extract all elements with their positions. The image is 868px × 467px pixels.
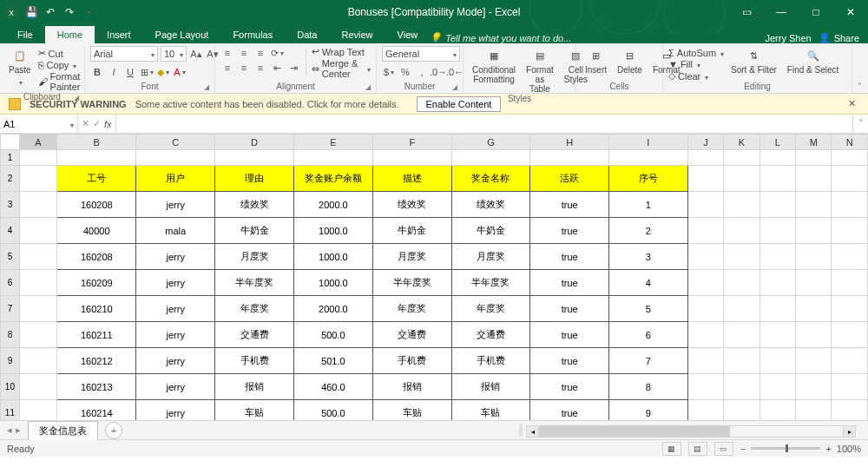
cell[interactable]: jerry	[136, 348, 215, 374]
align-right-icon[interactable]: ≡	[253, 61, 267, 75]
cell[interactable]: 车贴	[451, 400, 530, 421]
cell[interactable]	[724, 192, 760, 218]
cell[interactable]	[57, 150, 136, 166]
number-format-select[interactable]: General	[382, 46, 460, 62]
cell[interactable]	[19, 400, 56, 421]
cell[interactable]: 活跃	[530, 166, 609, 192]
cell[interactable]: true	[530, 192, 609, 218]
tab-insert[interactable]: Insert	[95, 26, 143, 43]
normal-view-icon[interactable]: ▦	[662, 442, 681, 456]
undo-icon[interactable]: ↶	[43, 5, 57, 19]
enter-formula-icon[interactable]: ✓	[93, 118, 101, 129]
insert-cells-button[interactable]: ⊞Insert	[582, 46, 610, 76]
increase-indent-icon[interactable]: ⇥	[286, 61, 300, 75]
horizontal-scrollbar[interactable]: ◂ ▸	[526, 425, 856, 437]
cell[interactable]: 绩效奖	[372, 192, 451, 218]
split-handle[interactable]	[519, 424, 523, 437]
italic-icon[interactable]: I	[107, 65, 121, 79]
collapse-ribbon-icon[interactable]: ˄	[852, 43, 868, 93]
close-icon[interactable]: ✕	[833, 0, 868, 24]
cell[interactable]	[724, 270, 760, 296]
align-center-icon[interactable]: ≡	[237, 61, 251, 75]
cell[interactable]: mala	[136, 218, 215, 244]
cell[interactable]: 1000.0	[293, 270, 372, 296]
cell[interactable]: 9	[609, 400, 688, 421]
tab-page-layout[interactable]: Page Layout	[143, 26, 221, 43]
cell[interactable]: 半年度奖	[451, 270, 530, 296]
cell[interactable]	[724, 244, 760, 270]
cell[interactable]	[687, 348, 723, 374]
tell-me[interactable]: 💡Tell me what you want to do...	[430, 32, 571, 43]
cell[interactable]	[832, 192, 868, 218]
cell[interactable]	[687, 270, 723, 296]
format-as-table-button[interactable]: ▤Format as Table	[523, 46, 557, 94]
column-header[interactable]: D	[215, 135, 294, 150]
wrap-text-button[interactable]: ↩Wrap Text	[312, 46, 371, 57]
align-middle-icon[interactable]: ≡	[237, 46, 251, 60]
cell[interactable]	[687, 150, 723, 166]
cell[interactable]: jerry	[136, 400, 215, 421]
cell[interactable]: true	[530, 244, 609, 270]
cell[interactable]	[19, 322, 56, 348]
column-header[interactable]: L	[760, 135, 795, 150]
cell[interactable]	[832, 166, 868, 192]
cell[interactable]	[832, 400, 868, 421]
cell[interactable]	[796, 348, 832, 374]
row-header[interactable]: 9	[1, 348, 20, 374]
scroll-right-icon[interactable]: ▸	[843, 426, 855, 437]
tab-data[interactable]: Data	[285, 26, 329, 43]
bold-icon[interactable]: B	[90, 65, 104, 79]
cell[interactable]: 绩效奖	[215, 192, 294, 218]
align-top-icon[interactable]: ≡	[220, 46, 234, 60]
page-break-view-icon[interactable]: ▭	[714, 442, 733, 456]
cell[interactable]: 手机费	[451, 348, 530, 374]
accounting-icon[interactable]: $	[382, 65, 396, 79]
cell[interactable]: 报销	[451, 374, 530, 400]
font-size-select[interactable]: 10	[161, 46, 187, 62]
cell[interactable]	[19, 374, 56, 400]
cell[interactable]: true	[530, 296, 609, 322]
cell[interactable]: 奖金名称	[451, 166, 530, 192]
expand-formula-bar-icon[interactable]: ˅	[852, 115, 868, 133]
cell[interactable]	[293, 150, 372, 166]
column-header[interactable]: M	[796, 135, 832, 150]
cell[interactable]	[19, 348, 56, 374]
cell[interactable]: 牛奶金	[372, 218, 451, 244]
cell[interactable]: 月度奖	[451, 244, 530, 270]
spreadsheet-grid[interactable]: ABCDEFGHIJKLMN12工号用户理由奖金账户余额描述奖金名称活跃序号31…	[0, 134, 868, 420]
cell[interactable]	[215, 150, 294, 166]
cell[interactable]: jerry	[136, 270, 215, 296]
dialog-launcher-icon[interactable]: ◢	[365, 83, 371, 91]
cell[interactable]: 1	[609, 192, 688, 218]
cell[interactable]: 半年度奖	[215, 270, 294, 296]
cell[interactable]: 车贴	[372, 400, 451, 421]
cell[interactable]	[760, 218, 795, 244]
tab-view[interactable]: View	[385, 26, 431, 43]
cell[interactable]: 半年度奖	[372, 270, 451, 296]
cell[interactable]: 牛奶金	[215, 218, 294, 244]
cell[interactable]: 手机费	[215, 348, 294, 374]
font-color-icon[interactable]: A	[173, 65, 187, 79]
cell[interactable]: true	[530, 348, 609, 374]
copy-button[interactable]: ⎘Copy	[38, 60, 81, 70]
cell[interactable]	[760, 374, 795, 400]
cell[interactable]	[832, 374, 868, 400]
row-header[interactable]: 3	[1, 192, 20, 218]
cell[interactable]	[19, 218, 56, 244]
cell[interactable]	[796, 296, 832, 322]
cell[interactable]	[724, 374, 760, 400]
row-header[interactable]: 1	[1, 150, 20, 166]
cell[interactable]: 160212	[57, 348, 136, 374]
cell[interactable]: 2000.0	[293, 192, 372, 218]
column-header[interactable]: B	[57, 135, 136, 150]
save-icon[interactable]: 💾	[24, 5, 38, 19]
delete-cells-button[interactable]: ⊟Delete	[614, 46, 646, 76]
cell[interactable]: 工号	[57, 166, 136, 192]
cell[interactable]	[832, 150, 868, 166]
cell[interactable]	[796, 270, 832, 296]
share-button[interactable]: 👤Share	[819, 32, 859, 43]
column-header[interactable]: A	[19, 135, 56, 150]
cell[interactable]: 4	[609, 270, 688, 296]
redo-icon[interactable]: ↷	[62, 5, 76, 19]
cell[interactable]	[451, 150, 530, 166]
